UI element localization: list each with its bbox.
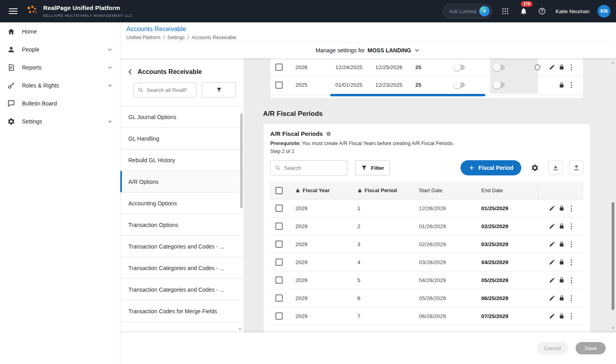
back-chevron-icon[interactable] — [127, 68, 134, 76]
column-header-fiscal-year: Fiscal Year — [288, 187, 350, 193]
select-all-checkbox[interactable] — [275, 187, 283, 194]
settings-nav-item-selected[interactable]: A/R Options — [120, 171, 244, 193]
sidebar-item-settings[interactable]: Settings — [0, 112, 120, 130]
lock-icon[interactable] — [557, 275, 566, 285]
settings-nav-item[interactable]: GL Handling — [120, 128, 244, 149]
settings-panel-scrollbar[interactable] — [240, 113, 243, 208]
kebab-menu-icon[interactable]: ⋮ — [566, 203, 576, 213]
info-icon[interactable] — [326, 131, 331, 137]
row-checkbox[interactable] — [275, 82, 283, 89]
lock-icon[interactable] — [557, 311, 566, 321]
kebab-menu-icon[interactable]: ⋮ — [566, 221, 576, 231]
fiscal-period-cell: 1 — [350, 205, 412, 211]
toggle-switch[interactable] — [454, 65, 465, 70]
settings-nav-item[interactable]: Transaction Options — [120, 214, 244, 236]
hamburger-menu-icon[interactable] — [6, 4, 21, 19]
edit-pencil-icon[interactable] — [547, 221, 557, 231]
table-search-box[interactable] — [270, 160, 347, 175]
manage-settings-selector[interactable]: Manage settings for MOSS LANDING — [120, 42, 616, 58]
edit-pencil-icon[interactable] — [547, 275, 557, 285]
radio-button[interactable] — [534, 64, 540, 70]
row-checkbox[interactable] — [275, 294, 283, 302]
lock-icon[interactable] — [557, 293, 566, 303]
scroll-down-chevron-icon[interactable] — [611, 326, 615, 330]
upload-button[interactable] — [569, 161, 584, 175]
row-checkbox[interactable] — [275, 205, 283, 212]
settings-search-input[interactable] — [147, 87, 193, 93]
row-checkbox[interactable] — [275, 312, 283, 320]
toggle-switch[interactable] — [494, 65, 505, 70]
toggle-switch[interactable] — [494, 82, 505, 88]
lock-icon[interactable] — [557, 239, 566, 249]
settings-nav-item[interactable]: Transaction Categories and Codes - ... — [120, 257, 244, 279]
settings-nav-item[interactable]: Transaction Codes for Merge Fields — [120, 300, 244, 322]
avatar[interactable]: KN — [598, 5, 610, 18]
user-name[interactable]: Katie Neuman — [555, 8, 590, 14]
edit-pencil-icon[interactable] — [547, 62, 557, 72]
kebab-menu-icon[interactable]: ⋮ — [566, 311, 576, 321]
chevron-down-icon — [414, 47, 420, 54]
ask-lumina-input[interactable]: Ask Lumina... ✦ — [443, 4, 492, 18]
apps-grid-icon[interactable] — [500, 6, 510, 16]
cancel-button[interactable]: Cancel — [537, 342, 568, 354]
kebab-menu-icon[interactable]: ⋮ — [566, 275, 576, 285]
end-date-cell: 04/25/2029 — [474, 259, 538, 265]
table-search-input[interactable] — [284, 165, 343, 171]
edit-pencil-icon[interactable] — [547, 293, 557, 303]
kebab-menu-icon[interactable]: ⋮ — [566, 257, 576, 267]
page-title[interactable]: Accounts Receivable — [126, 26, 186, 33]
edit-pencil-icon[interactable] — [547, 239, 557, 249]
page-scrollbar-thumb[interactable] — [612, 202, 614, 310]
kebab-menu-icon[interactable]: ⋮ — [566, 239, 576, 249]
notifications-bell-icon[interactable]: 175 — [518, 6, 529, 16]
app-title: RealPage Unified Platform — [43, 4, 133, 12]
lock-icon[interactable] — [557, 80, 566, 90]
manage-settings-property: MOSS LANDING — [368, 47, 411, 54]
row-checkbox[interactable] — [275, 241, 283, 248]
sidebar-item-bulletin-board[interactable]: Bulletin Board — [0, 94, 120, 112]
kebab-menu-icon[interactable]: ⋮ — [566, 62, 576, 72]
end-date-cell: 02/25/2029 — [474, 223, 538, 229]
kebab-menu-icon[interactable]: ⋮ — [566, 293, 576, 303]
realpage-logo — [25, 4, 38, 19]
edit-pencil-icon[interactable] — [547, 311, 557, 321]
row-checkbox[interactable] — [275, 64, 283, 71]
lock-icon[interactable] — [557, 203, 566, 213]
sidebar-item-roles-rights[interactable]: Roles & Rights — [0, 76, 120, 94]
settings-nav-item[interactable]: Transaction Categories and Codes - ... — [120, 236, 244, 257]
add-fiscal-period-button[interactable]: Fiscal Period — [461, 160, 521, 175]
company-name: BELLAIRE MULTIFAMILY MANAGEMENT LLC — [43, 13, 133, 18]
help-icon[interactable] — [537, 6, 547, 16]
settings-nav-item[interactable]: Accounting Options — [120, 193, 244, 214]
sidebar-item-home[interactable]: Home — [0, 22, 120, 40]
sidebar-item-reports[interactable]: Reports — [0, 58, 120, 76]
settings-nav-item[interactable]: GL Journal Options — [120, 106, 244, 128]
sidebar-item-people[interactable]: People — [0, 40, 120, 58]
kebab-menu-icon[interactable]: ⋮ — [566, 80, 576, 90]
row-checkbox[interactable] — [275, 259, 283, 266]
breadcrumb-item[interactable]: Settings — [167, 35, 185, 40]
start-date-cell: 04/26/2029 — [412, 277, 474, 283]
settings-nav-item[interactable]: Rebuild GL History — [120, 149, 244, 171]
toggle-switch[interactable] — [454, 82, 465, 88]
lock-icon[interactable] — [557, 257, 566, 267]
download-button[interactable] — [548, 161, 563, 175]
scroll-down-chevron-icon[interactable] — [237, 326, 242, 331]
save-button[interactable]: Save — [576, 342, 606, 354]
lock-icon[interactable] — [557, 62, 566, 72]
lock-icon[interactable] — [557, 221, 566, 231]
filter-button[interactable]: Filter — [355, 160, 390, 175]
settings-filter-button[interactable] — [202, 82, 236, 97]
edit-pencil-icon[interactable] — [547, 257, 557, 267]
horizontal-scrollbar-thumb[interactable] — [330, 94, 485, 96]
scroll-up-chevron-icon[interactable] — [611, 61, 615, 65]
fiscal-years-table: 2026 12/24/2025 12/25/2026 25 ⋮ — [270, 58, 584, 99]
row-checkbox[interactable] — [275, 276, 283, 284]
settings-search-box[interactable] — [134, 83, 197, 97]
edit-pencil-icon[interactable] — [547, 203, 557, 213]
table-settings-gear-icon[interactable] — [528, 161, 542, 175]
fiscal-year-cell: 2029 — [288, 205, 350, 211]
row-checkbox[interactable] — [275, 223, 283, 230]
settings-nav-item[interactable]: Transaction Categories and Codes - ... — [120, 279, 244, 300]
breadcrumb-item[interactable]: Unified Platform — [126, 35, 160, 40]
